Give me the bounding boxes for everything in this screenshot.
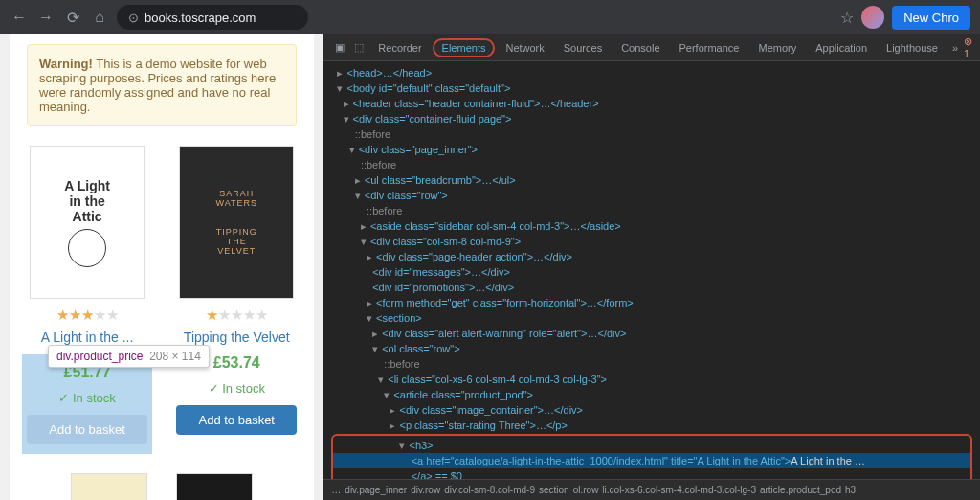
book-image[interactable] <box>71 473 147 500</box>
bookmark-star-icon[interactable]: ☆ <box>840 9 854 27</box>
browser-toolbar: ← → ⟳ ⌂ ⊙ books.toscrape.com ☆ New Chro <box>0 0 980 34</box>
tab-lighthouse[interactable]: Lighthouse <box>878 38 947 57</box>
site-info-icon: ⊙ <box>128 11 139 25</box>
error-badge[interactable]: ⊗ 1 <box>964 35 972 59</box>
tab-sources[interactable]: Sources <box>555 38 611 57</box>
profile-avatar[interactable] <box>861 6 884 29</box>
forward-button[interactable]: → <box>36 8 56 27</box>
stock-status: In stock <box>176 381 297 396</box>
product-card: A Lightin theAttic ★★★★★ A Light in the … <box>27 146 147 454</box>
tab-recorder[interactable]: Recorder <box>369 38 430 57</box>
star-rating: ★★★★★ <box>27 307 147 324</box>
devtools-tabs: ▣ ⬚ Recorder Elements Network Sources Co… <box>323 34 980 61</box>
dom-tree[interactable]: ▸<head>…</head> ▾<body id="default" clas… <box>323 61 980 479</box>
device-icon[interactable]: ⬚ <box>350 41 368 54</box>
tab-performance[interactable]: Performance <box>671 38 748 57</box>
element-inspector-tooltip: div.product_price 208 × 114 <box>48 345 210 368</box>
tooltip-selector: div.product_price <box>56 350 144 363</box>
book-image[interactable]: SARAHWATERS TIPPINGTHEVELVET <box>179 146 294 299</box>
inspect-icon[interactable]: ▣ <box>331 41 348 54</box>
devtools-panel: ▣ ⬚ Recorder Elements Network Sources Co… <box>323 34 980 500</box>
url-text: books.toscrape.com <box>145 11 256 25</box>
tab-memory[interactable]: Memory <box>749 38 805 57</box>
book-image[interactable]: A Lightin theAttic <box>30 146 145 299</box>
tab-network[interactable]: Network <box>497 38 552 57</box>
product-title-link[interactable]: Tipping the Velvet <box>176 330 297 345</box>
star-rating: ★★★★★ <box>176 307 297 324</box>
tab-application[interactable]: Application <box>807 38 876 57</box>
stock-status: In stock <box>27 391 147 405</box>
add-to-basket-button[interactable]: Add to basket <box>176 405 297 435</box>
address-bar[interactable]: ⊙ books.toscrape.com <box>117 5 308 30</box>
warning-alert: Warning! This is a demo website for web … <box>27 44 297 126</box>
product-card: SARAHWATERS TIPPINGTHEVELVET ★★★★★ Tippi… <box>176 146 297 454</box>
tab-console[interactable]: Console <box>612 38 668 57</box>
back-button[interactable]: ← <box>10 8 29 27</box>
tab-elements[interactable]: Elements <box>433 38 496 57</box>
product-title-link[interactable]: A Light in the ... <box>27 330 147 345</box>
more-tabs-icon[interactable]: » <box>948 42 962 54</box>
inspected-element-highlight: £51.77 In stock Add to basket <box>22 354 152 454</box>
warning-label: Warning! <box>39 57 93 71</box>
tooltip-dimensions: 208 × 114 <box>149 350 201 363</box>
book-image[interactable]: GILLIANFLYNN <box>176 473 253 500</box>
add-to-basket-button[interactable]: Add to basket <box>27 415 147 444</box>
dom-breadcrumb[interactable]: … div.page_inner div.row div.col-sm-8.co… <box>323 479 980 500</box>
page-viewport: Warning! This is a demo website for web … <box>0 34 323 500</box>
highlighted-dom-region: ▾<h3> <a href="catalogue/a-light-in-the-… <box>331 434 972 479</box>
reload-button[interactable]: ⟳ <box>63 8 82 27</box>
home-button[interactable]: ⌂ <box>90 8 109 27</box>
new-chrome-badge[interactable]: New Chro <box>892 6 970 30</box>
